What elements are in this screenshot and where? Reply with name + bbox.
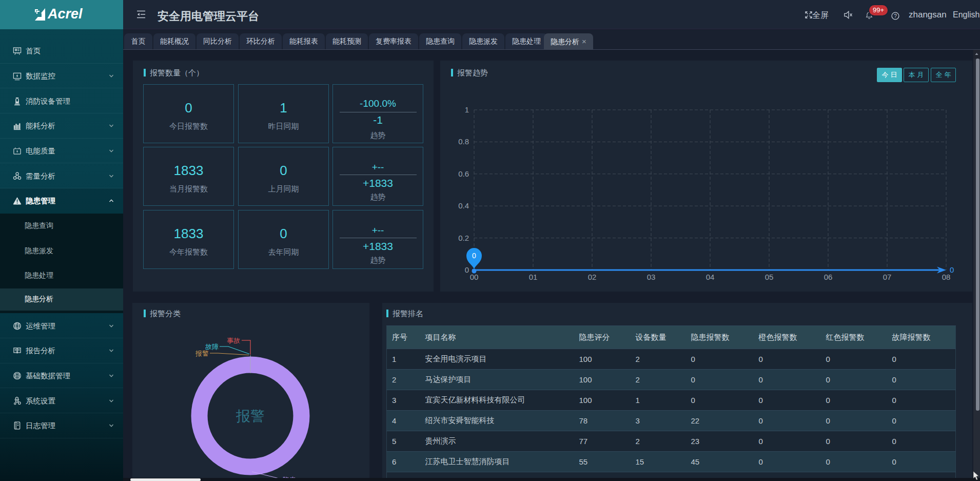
svg-text:报警: 报警 bbox=[195, 350, 209, 357]
svg-text:1: 1 bbox=[465, 105, 469, 114]
svg-text:0.4: 0.4 bbox=[458, 201, 469, 210]
svg-text:事故: 事故 bbox=[227, 337, 240, 344]
svg-text:00: 00 bbox=[470, 273, 479, 281]
svg-text:05: 05 bbox=[765, 273, 774, 281]
svg-text:0.2: 0.2 bbox=[458, 234, 469, 242]
svg-text:01: 01 bbox=[529, 273, 538, 281]
svg-text:03: 03 bbox=[647, 273, 656, 281]
svg-text:07: 07 bbox=[883, 273, 892, 281]
svg-text:02: 02 bbox=[588, 273, 597, 281]
svg-text:0.6: 0.6 bbox=[458, 169, 469, 178]
svg-text:报警: 报警 bbox=[236, 408, 265, 424]
svg-text:08: 08 bbox=[942, 273, 951, 281]
svg-text:0: 0 bbox=[472, 252, 476, 260]
svg-text:04: 04 bbox=[706, 273, 715, 281]
svg-text:?: ? bbox=[894, 13, 897, 19]
svg-text:06: 06 bbox=[824, 273, 833, 281]
svg-text:0: 0 bbox=[465, 265, 469, 274]
svg-text:0: 0 bbox=[950, 265, 954, 274]
svg-text:0.8: 0.8 bbox=[458, 137, 469, 146]
